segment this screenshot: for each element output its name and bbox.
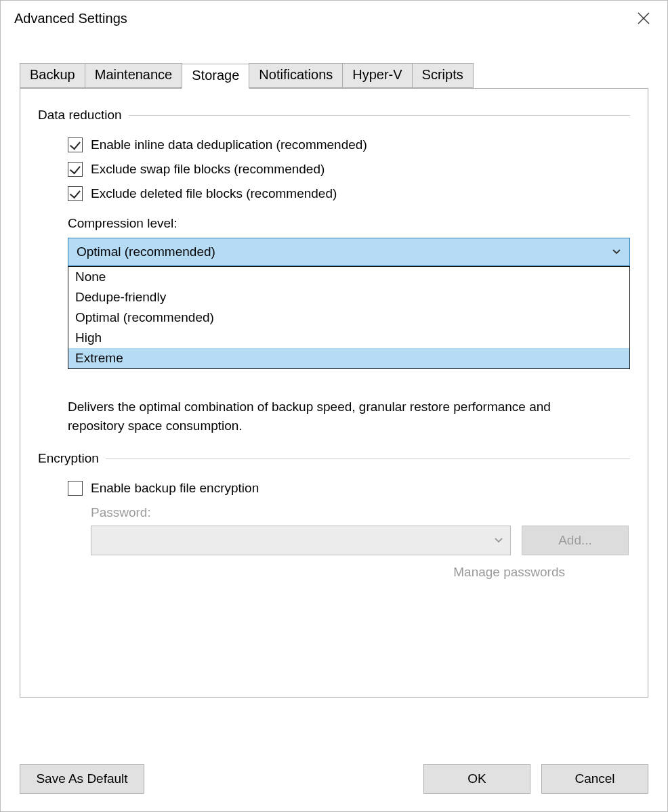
tab-panel-storage: Data reduction Enable inline data dedupl… <box>20 88 648 698</box>
checkbox-dedup-label: Enable inline data deduplication (recomm… <box>91 137 367 152</box>
checkbox-deleted[interactable] <box>68 186 83 201</box>
cancel-button[interactable]: Cancel <box>541 764 648 794</box>
tab-backup[interactable]: Backup <box>20 63 85 88</box>
group-data-reduction-label: Data reduction <box>38 108 122 123</box>
titlebar: Advanced Settings <box>1 1 667 36</box>
tab-notifications[interactable]: Notifications <box>249 63 343 88</box>
tab-strip: Backup Maintenance Storage Notifications… <box>20 63 648 88</box>
chevron-down-icon <box>494 537 503 544</box>
checkbox-swap[interactable] <box>68 162 83 177</box>
compression-dropdown[interactable]: Optimal (recommended) <box>68 238 630 266</box>
checkbox-swap-label: Exclude swap file blocks (recommended) <box>91 162 325 177</box>
compression-option-extreme[interactable]: Extreme <box>68 348 629 368</box>
password-label: Password: <box>91 505 630 520</box>
compression-option-none[interactable]: None <box>68 267 629 287</box>
save-as-default-button[interactable]: Save As Default <box>20 764 144 794</box>
checkbox-dedup[interactable] <box>68 137 83 152</box>
checkbox-encrypt[interactable] <box>68 481 83 496</box>
compression-description: Delivers the optimal combination of back… <box>68 398 596 435</box>
close-icon <box>638 12 650 24</box>
compression-option-high[interactable]: High <box>68 328 629 348</box>
dialog-button-bar: Save As Default OK Cancel <box>1 764 667 811</box>
checkbox-encrypt-row[interactable]: Enable backup file encryption <box>68 481 630 496</box>
divider <box>129 115 630 116</box>
checkbox-swap-row[interactable]: Exclude swap file blocks (recommended) <box>68 162 630 177</box>
checkbox-encrypt-label: Enable backup file encryption <box>91 481 259 496</box>
compression-selected: Optimal (recommended) <box>77 244 215 259</box>
manage-passwords-link[interactable]: Manage passwords <box>91 565 565 580</box>
close-button[interactable] <box>629 7 658 30</box>
chevron-down-icon <box>612 247 621 257</box>
tab-maintenance[interactable]: Maintenance <box>85 63 183 88</box>
tab-storage[interactable]: Storage <box>182 64 249 89</box>
compression-dropdown-wrap: Optimal (recommended) None Dedupe-friend… <box>68 238 630 266</box>
tab-hyperv[interactable]: Hyper-V <box>342 63 412 88</box>
add-password-button[interactable]: Add... <box>522 526 629 555</box>
group-encryption: Encryption <box>38 451 630 466</box>
checkbox-deleted-label: Exclude deleted file blocks (recommended… <box>91 186 337 201</box>
compression-option-dedupe[interactable]: Dedupe-friendly <box>68 287 629 307</box>
password-select[interactable] <box>91 526 511 555</box>
compression-dropdown-list: None Dedupe-friendly Optimal (recommende… <box>68 266 630 369</box>
window-title: Advanced Settings <box>14 11 127 26</box>
group-encryption-label: Encryption <box>38 451 99 466</box>
dialog-content: Backup Maintenance Storage Notifications… <box>1 36 667 764</box>
divider <box>106 458 630 459</box>
tab-scripts[interactable]: Scripts <box>412 63 474 88</box>
ok-button[interactable]: OK <box>423 764 530 794</box>
checkbox-deleted-row[interactable]: Exclude deleted file blocks (recommended… <box>68 186 630 201</box>
compression-label: Compression level: <box>68 216 630 231</box>
compression-option-optimal[interactable]: Optimal (recommended) <box>68 307 629 328</box>
checkbox-dedup-row[interactable]: Enable inline data deduplication (recomm… <box>68 137 630 152</box>
password-row: Add... <box>91 526 630 555</box>
group-data-reduction: Data reduction <box>38 108 630 123</box>
